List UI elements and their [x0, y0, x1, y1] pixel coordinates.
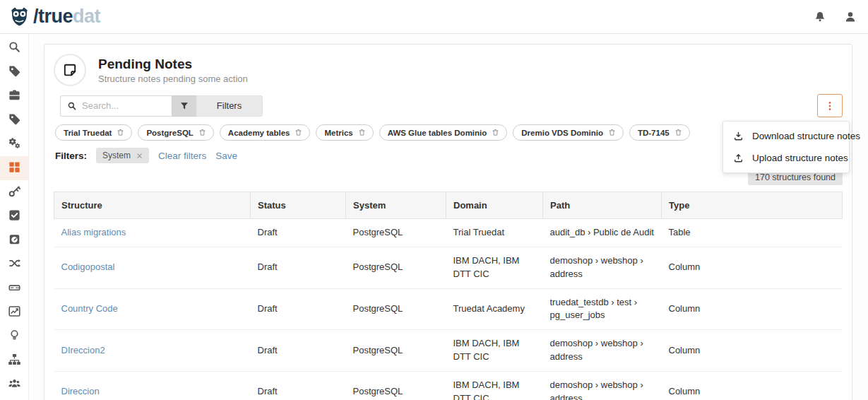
cell-path: truedat_testdb › test › pg_user_jobs — [543, 288, 662, 330]
page-subtitle: Structure notes pending some action — [98, 73, 248, 84]
cell-system: PostgreSQL — [346, 371, 446, 400]
column-header-structure[interactable]: Structure — [54, 192, 251, 219]
more-actions-button[interactable] — [817, 94, 843, 117]
tag-icon — [8, 112, 21, 129]
structure-link[interactable]: Country Code — [61, 303, 118, 314]
column-header-type[interactable]: Type — [662, 192, 843, 219]
main-content: Pending Notes Structure notes pending so… — [29, 34, 868, 400]
search-input[interactable] — [82, 100, 165, 111]
structure-link[interactable]: Direccion — [61, 386, 100, 396]
trash-icon[interactable] — [198, 129, 206, 136]
sidebar-item-check-square[interactable] — [0, 204, 28, 228]
close-icon[interactable] — [136, 153, 143, 159]
trash-icon[interactable] — [358, 129, 366, 136]
applied-filter-label: System — [102, 151, 131, 160]
filter-chip-label: Metrics — [324, 129, 352, 137]
bell-icon[interactable] — [814, 11, 826, 23]
cell-system: PostgreSQL — [346, 247, 446, 288]
download-icon — [733, 131, 744, 141]
sidebar-item-tag[interactable] — [0, 60, 28, 84]
trash-icon[interactable] — [608, 129, 616, 136]
table-row: DireccionDraftPostgreSQLIBM DACH, IBM DT… — [54, 371, 843, 400]
note-icon — [54, 54, 86, 86]
filter-chip-label: TD-7145 — [638, 129, 670, 137]
user-icon[interactable] — [844, 11, 857, 23]
cell-domain: IBM DACH, IBM DTT CIC — [446, 247, 543, 288]
column-header-domain[interactable]: Domain — [446, 192, 543, 219]
cell-type: Column — [662, 371, 843, 400]
filter-chip[interactable]: Trial Truedat — [55, 124, 132, 141]
truedat-logo[interactable]: /truedat — [8, 6, 100, 28]
filters-button[interactable]: Filters — [196, 95, 263, 117]
sidebar-item-gauge[interactable] — [0, 228, 28, 252]
sidebar-item-lightbulb[interactable] — [0, 324, 28, 348]
menu-item-upload-structure-notes[interactable]: Upload structure notes — [723, 147, 849, 169]
filter-chip[interactable]: Metrics — [316, 124, 373, 141]
sidebar-item-chart-line[interactable] — [0, 300, 28, 324]
cell-structure: Codigopostal — [54, 247, 251, 288]
sidebar-item-users[interactable] — [0, 372, 28, 396]
menu-item-download-structure-notes[interactable]: Download structure notes — [723, 125, 849, 147]
search-box — [60, 95, 172, 117]
filter-chip[interactable]: AWS Glue tables Dominio — [379, 124, 508, 141]
top-bar: /truedat — [0, 0, 868, 34]
upload-icon — [733, 153, 744, 163]
filter-chip-label: Academy tables — [228, 129, 290, 137]
cell-type: Column — [662, 330, 843, 372]
structures-table: StructureStatusSystemDomainPathType Alia… — [54, 192, 843, 400]
column-header-status[interactable]: Status — [251, 192, 346, 219]
kebab-icon — [824, 100, 836, 112]
logo-text: /truedat — [33, 6, 100, 28]
cell-system: PostgreSQL — [346, 219, 446, 247]
cell-system: PostgreSQL — [346, 288, 446, 330]
cell-type: Column — [662, 247, 843, 288]
applied-filters-label: Filters: — [55, 151, 87, 161]
filter-chip-label: Dremio VDS Dominio — [521, 129, 603, 137]
sidebar-item-cogs[interactable] — [0, 132, 28, 156]
pending-notes-card: Pending Notes Structure notes pending so… — [44, 44, 852, 400]
sitemap-icon — [8, 353, 21, 369]
applied-filter-system[interactable]: System — [96, 148, 149, 163]
sidebar-item-sitemap[interactable] — [0, 348, 28, 372]
cell-structure: Alias migrations — [54, 219, 251, 247]
structure-link[interactable]: Alias migrations — [61, 227, 126, 237]
cell-status: Draft — [251, 330, 346, 372]
key-icon — [8, 184, 21, 201]
cell-domain: IBM DACH, IBM DTT CIC — [446, 371, 543, 400]
table-row: CodigopostalDraftPostgreSQLIBM DACH, IBM… — [54, 247, 843, 288]
search-icon — [67, 101, 77, 111]
cell-structure: Direccion — [54, 371, 251, 400]
filter-chip[interactable]: Academy tables — [220, 124, 311, 141]
trash-icon[interactable] — [674, 129, 682, 136]
structure-link[interactable]: DIreccion2 — [61, 345, 105, 355]
filter-funnel-button[interactable] — [172, 95, 196, 117]
filter-chip[interactable]: Dremio VDS Dominio — [513, 124, 624, 141]
owl-icon — [8, 6, 30, 28]
card-titles: Pending Notes Structure notes pending so… — [98, 57, 248, 84]
column-header-path[interactable]: Path — [543, 192, 662, 219]
table-row: Country CodeDraftPostgreSQLTruedat Acade… — [54, 288, 843, 330]
chart-line-icon — [8, 305, 21, 321]
cell-structure: Country Code — [54, 288, 251, 330]
filter-chip[interactable]: TD-7145 — [629, 124, 690, 141]
trash-icon[interactable] — [117, 129, 124, 136]
trash-icon[interactable] — [492, 129, 499, 136]
filter-chip-label: AWS Glue tables Dominio — [388, 129, 487, 137]
sidebar-item-hdd[interactable] — [0, 276, 28, 300]
sidebar-item-grid-active[interactable] — [0, 156, 28, 180]
column-header-system[interactable]: System — [346, 192, 446, 219]
users-icon — [8, 377, 21, 393]
sidebar-item-shuffle[interactable] — [0, 252, 28, 276]
sidebar-item-briefcase[interactable] — [0, 84, 28, 108]
clear-filters-link[interactable]: Clear filters — [158, 151, 206, 161]
sidebar-item-key[interactable] — [0, 180, 28, 204]
cell-type: Table — [662, 219, 843, 247]
save-filters-link[interactable]: Save — [215, 151, 237, 161]
filter-chip-label: Trial Truedat — [64, 129, 112, 137]
sidebar-item-search[interactable] — [0, 36, 28, 60]
sidebar-item-tag[interactable] — [0, 108, 28, 132]
table-row: Alias migrationsDraftPostgreSQLTrial Tru… — [54, 219, 843, 247]
filter-chip[interactable]: PostgreSQL — [138, 124, 213, 141]
trash-icon[interactable] — [295, 129, 302, 136]
structure-link[interactable]: Codigopostal — [61, 261, 115, 272]
